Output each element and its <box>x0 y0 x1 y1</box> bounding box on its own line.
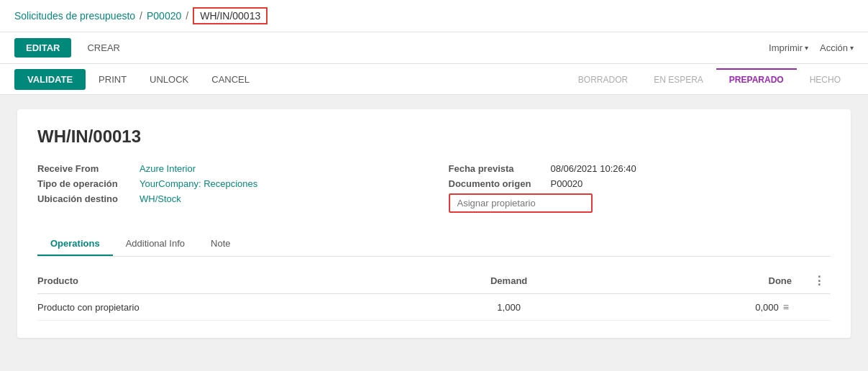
action-chevron-icon: ▾ <box>850 44 854 52</box>
status-en-espera[interactable]: EN ESPERA <box>641 68 716 90</box>
row-done-value: 0,000 <box>755 302 779 313</box>
action-bar: EDITAR CREAR Imprimir ▾ Acción ▾ <box>0 32 868 64</box>
receive-from-value[interactable]: Azure Interior <box>140 163 196 174</box>
row-done: 0,000 ≡ <box>603 301 813 313</box>
table-container: Producto Demand Done ⋮ Producto con prop… <box>37 268 831 321</box>
create-button[interactable]: CREAR <box>80 38 127 58</box>
field-tipo-operacion: Tipo de operación YourCompany: Recepcion… <box>37 176 420 191</box>
receive-from-label: Receive From <box>37 163 131 174</box>
cancel-button[interactable]: CANCEL <box>201 69 260 90</box>
col-header-menu: ⋮ <box>813 274 831 288</box>
row-detail-icon[interactable]: ≡ <box>783 301 789 313</box>
documento-origen-label: Documento origen <box>449 178 542 189</box>
validate-button[interactable]: VALIDATE <box>14 69 86 90</box>
status-preparado[interactable]: PREPARADO <box>716 68 797 90</box>
asignar-propietario-input[interactable] <box>449 193 593 213</box>
field-ubicacion-destino: Ubicación destino WH/Stock <box>37 191 420 206</box>
table-header: Producto Demand Done ⋮ <box>37 268 831 294</box>
breadcrumb: Solicitudes de presupuesto / P00020 / WH… <box>14 7 268 24</box>
action-dropdown-button[interactable]: Acción ▾ <box>820 42 854 53</box>
tab-additional-info[interactable]: Additional Info <box>113 232 198 256</box>
status-hecho[interactable]: HECHO <box>797 68 854 90</box>
field-asignar-propietario <box>449 191 831 215</box>
field-fecha-prevista: Fecha prevista 08/06/2021 10:26:40 <box>449 161 831 176</box>
status-borrador[interactable]: BORRADOR <box>565 68 641 90</box>
fecha-prevista-value: 08/06/2021 10:26:40 <box>551 163 636 174</box>
fecha-prevista-label: Fecha prevista <box>449 163 542 174</box>
breadcrumb-parent[interactable]: Solicitudes de presupuesto <box>14 10 135 22</box>
status-bar: BORRADOR EN ESPERA PREPARADO HECHO <box>565 68 854 90</box>
breadcrumb-parent2[interactable]: P00020 <box>147 10 181 22</box>
documento-origen-value: P00020 <box>551 178 583 189</box>
main-content: WH/IN/00013 Receive From Azure Interior … <box>0 95 868 371</box>
print-dropdown-button[interactable]: Imprimir ▾ <box>769 42 808 53</box>
unlock-button[interactable]: UNLOCK <box>140 69 198 90</box>
tipo-operacion-label: Tipo de operación <box>37 178 131 189</box>
table-row: Producto con propietario 1,000 0,000 ≡ <box>37 294 831 321</box>
breadcrumb-sep1: / <box>140 10 142 22</box>
edit-button[interactable]: EDITAR <box>14 38 71 58</box>
field-documento-origen: Documento origen P00020 <box>449 176 831 191</box>
ubicacion-destino-value[interactable]: WH/Stock <box>140 193 181 204</box>
field-receive-from: Receive From Azure Interior <box>37 161 420 176</box>
tab-note[interactable]: Note <box>198 232 243 256</box>
tipo-operacion-value[interactable]: YourCompany: Recepciones <box>140 178 257 189</box>
tabs: Operations Additional Info Note <box>37 232 831 257</box>
top-bar: Solicitudes de presupuesto / P00020 / WH… <box>0 0 868 32</box>
document-title: WH/IN/00013 <box>37 127 831 147</box>
row-product: Producto con propietario <box>37 302 415 313</box>
breadcrumb-sep2: / <box>186 10 188 22</box>
fields-left: Receive From Azure Interior Tipo de oper… <box>37 161 420 215</box>
breadcrumb-current: WH/IN/00013 <box>193 7 268 24</box>
col-header-demand: Demand <box>415 275 603 286</box>
action-label: Acción <box>820 42 848 53</box>
toolbar: VALIDATE PRINT UNLOCK CANCEL BORRADOR EN… <box>0 64 868 95</box>
print-button[interactable]: PRINT <box>88 69 137 90</box>
ubicacion-destino-label: Ubicación destino <box>37 193 131 204</box>
row-demand: 1,000 <box>415 302 603 313</box>
fields-right: Fecha prevista 08/06/2021 10:26:40 Docum… <box>449 161 831 215</box>
fields-grid: Receive From Azure Interior Tipo de oper… <box>37 161 831 215</box>
action-bar-right: Imprimir ▾ Acción ▾ <box>769 42 854 53</box>
document-card: WH/IN/00013 Receive From Azure Interior … <box>17 109 851 338</box>
action-bar-left: EDITAR CREAR <box>14 38 127 58</box>
toolbar-left: VALIDATE PRINT UNLOCK CANCEL <box>14 69 260 90</box>
print-chevron-icon: ▾ <box>805 44 808 52</box>
col-header-done: Done <box>603 275 813 286</box>
print-label: Imprimir <box>769 42 803 53</box>
table-options-icon[interactable]: ⋮ <box>813 275 825 287</box>
col-header-product: Producto <box>37 275 415 286</box>
tab-operations[interactable]: Operations <box>37 232 113 256</box>
